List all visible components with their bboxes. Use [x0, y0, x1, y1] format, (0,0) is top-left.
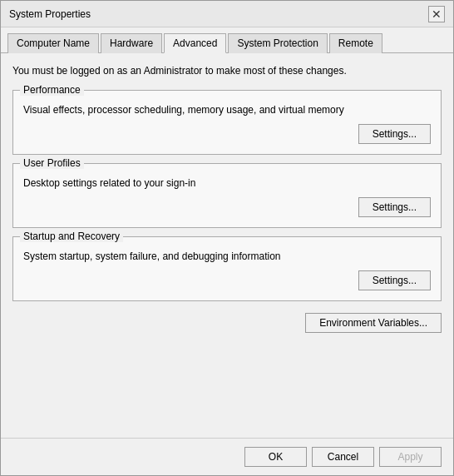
- user-profiles-btn-row: Settings...: [23, 197, 431, 217]
- user-profiles-settings-button[interactable]: Settings...: [358, 197, 431, 217]
- bottom-bar: OK Cancel Apply: [1, 438, 453, 475]
- environment-variables-button[interactable]: Environment Variables...: [305, 313, 442, 333]
- user-profiles-desc: Desktop settings related to your sign-in: [23, 177, 431, 189]
- close-icon: ✕: [432, 8, 442, 20]
- tab-hardware[interactable]: Hardware: [101, 33, 162, 53]
- performance-settings-button[interactable]: Settings...: [358, 124, 431, 144]
- tab-system-protection[interactable]: System Protection: [228, 33, 327, 53]
- admin-notice: You must be logged on as an Administrato…: [12, 63, 442, 82]
- startup-recovery-group: Startup and Recovery System startup, sys…: [12, 236, 442, 301]
- user-profiles-title: User Profiles: [20, 157, 84, 169]
- window-title: System Properties: [9, 8, 91, 20]
- title-bar: System Properties ✕: [1, 1, 453, 27]
- ok-button[interactable]: OK: [244, 447, 307, 467]
- performance-desc: Visual effects, processor scheduling, me…: [23, 104, 431, 116]
- startup-recovery-title: Startup and Recovery: [20, 231, 123, 242]
- tab-remote[interactable]: Remote: [329, 33, 382, 53]
- cancel-button[interactable]: Cancel: [312, 447, 374, 467]
- tab-advanced[interactable]: Advanced: [164, 33, 226, 53]
- performance-btn-row: Settings...: [23, 124, 431, 144]
- tab-bar: Computer Name Hardware Advanced System P…: [1, 27, 453, 53]
- startup-recovery-desc: System startup, system failure, and debu…: [23, 250, 431, 262]
- startup-recovery-btn-row: Settings...: [23, 270, 431, 290]
- close-button[interactable]: ✕: [428, 6, 445, 22]
- performance-title: Performance: [20, 84, 84, 96]
- apply-button[interactable]: Apply: [379, 447, 442, 467]
- env-variables-row: Environment Variables...: [12, 313, 442, 333]
- system-properties-window: System Properties ✕ Computer Name Hardwa…: [0, 0, 454, 476]
- performance-group: Performance Visual effects, processor sc…: [12, 90, 442, 155]
- tab-computer-name[interactable]: Computer Name: [7, 33, 99, 53]
- tab-content: You must be logged on as an Administrato…: [1, 53, 453, 438]
- user-profiles-group: User Profiles Desktop settings related t…: [12, 163, 442, 228]
- startup-recovery-settings-button[interactable]: Settings...: [358, 270, 431, 290]
